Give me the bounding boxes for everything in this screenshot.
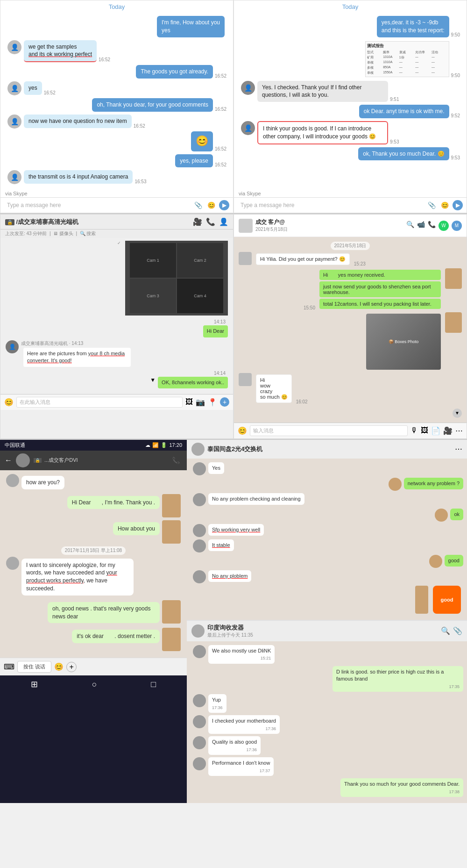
video-icon[interactable]: 📹 [417, 221, 425, 231]
message-bubble: Quality is also good 17:36 [208, 736, 261, 755]
more-icon[interactable]: ⋯ [455, 426, 463, 435]
back-icon[interactable]: □ [151, 680, 156, 689]
message-row: Hiwowcrazyso much 😊 16:02 [237, 373, 464, 404]
emoji-icon[interactable]: 😊 [238, 426, 247, 435]
paperclip-icon[interactable]: 📎 [193, 200, 203, 210]
plus-icon[interactable]: + [220, 397, 229, 407]
mobile-status-bar: 中国联通 ☁ 📶 🔋 17:20 [0, 440, 187, 451]
message-time: 17:38 [344, 789, 460, 795]
search-icon[interactable]: 🔍 [441, 626, 450, 635]
wechat-left-panel: 🔒 /成交束埔寨高清光端机 🎥 📞 👤 上次发至: 43 分钟前 | 🖥 摄像头… [0, 214, 234, 439]
message-bubble: Hi Dear [203, 325, 228, 337]
avatar: 👤 [6, 340, 19, 353]
time-label: 17:20 [169, 442, 182, 448]
emoji-icon[interactable]: 😊 [54, 662, 64, 671]
rmp-header: 成交 客户@ 2021年5月18日 🔍 📹 📞 W M [234, 215, 467, 237]
plus-icon[interactable]: + [66, 662, 77, 672]
paperclip-icon[interactable]: 📎 [453, 626, 462, 635]
send-button[interactable]: ▶ [219, 200, 229, 210]
avatar [6, 557, 19, 570]
message-bubble: Yes [208, 462, 224, 474]
avatar: 👤 [7, 81, 21, 95]
message-bubble: yes, please [175, 154, 213, 168]
message-row: good [191, 555, 463, 568]
message-bubble: I checked your motherboard 17:36 [208, 715, 280, 734]
message-bubble: 😊 [191, 131, 213, 151]
video-icon[interactable]: 🎥 [193, 217, 202, 226]
image-icon[interactable]: 🖼 [185, 398, 193, 406]
message-time: 17:36 [212, 726, 276, 732]
top-left-messages: I'm fine, How about youyes 👤 we get the … [0, 13, 233, 190]
message-row: good [191, 586, 463, 614]
message-time: 14:13 [3, 318, 230, 325]
video-icon[interactable]: 🎥 [443, 426, 453, 435]
message-bubble: how are you? [21, 476, 64, 489]
message-bubble: yes [24, 81, 42, 95]
message-row: 16:52 oh, Thank you dear, for your good … [5, 98, 228, 112]
avatar: 👤 [7, 115, 21, 129]
keyboard-icon[interactable]: ⌨ [4, 662, 14, 671]
message-bubble: No any ploblem [208, 570, 251, 582]
emoji-icon[interactable]: 😊 [439, 200, 450, 210]
paperclip-icon[interactable]: 📎 [426, 200, 437, 210]
message-row: Performance I don't know 17:37 [191, 757, 463, 776]
message-row: Yup 17:36 [191, 694, 463, 713]
message-bubble: total 12cartons. I will send you packing… [319, 299, 441, 309]
scroll-indicator[interactable]: ▼ [237, 406, 464, 420]
phone-icon[interactable]: 📞 [172, 457, 180, 464]
message-bubble: Yup 17:36 [208, 694, 226, 713]
message-time: 15:21 [212, 655, 271, 661]
avatar [193, 757, 206, 770]
message-row: Hi yes money received. just now send you… [237, 268, 464, 310]
photo-icon[interactable]: 📷 [196, 398, 205, 407]
menu-icon[interactable]: ⊞ [31, 679, 38, 689]
emoji-icon[interactable]: 😊 [4, 398, 14, 407]
message-row: ok [191, 509, 463, 522]
emoji-icon[interactable]: 😊 [206, 200, 216, 210]
message-bubble: we get the samplesand its ok working per… [24, 40, 97, 63]
audio-icon[interactable]: 🎙 [410, 426, 418, 435]
message-row: 16:52 😊 [5, 131, 228, 151]
rmp-input[interactable]: 输入消息 [250, 425, 408, 436]
voice-button[interactable]: 按住 说话 [17, 661, 51, 673]
user-avatar [162, 600, 181, 624]
more-icon[interactable]: ⋯ [455, 445, 462, 453]
via-skype-label: via Skype [0, 190, 233, 197]
contact-icon[interactable]: 👤 [219, 217, 228, 226]
input-placeholder[interactable]: Type a message here [238, 200, 426, 210]
wifi-icon: ☁ [145, 442, 150, 448]
message-bubble: Thank you so much for your good comments… [340, 778, 463, 797]
message-row: 9:50 yes,dear. it is -3 ~ -9dband this i… [239, 16, 462, 37]
voice-icon[interactable]: 📞 [428, 221, 436, 231]
user-avatar [435, 509, 448, 522]
wechat-messages: Cam 1 Cam 2 Cam 3 Cam 4 ✓ 14:13 Hi Dear [0, 238, 233, 394]
message-bubble: I want to sincerely apologize, for my wo… [21, 559, 134, 595]
avatar [193, 694, 206, 707]
whatsapp-icon: W [439, 221, 449, 231]
test-report-table: 测试报告 型式频率衰减光功率活动 矿用1310A1份一一 单模1310A——— … [365, 41, 449, 77]
message-bubble: Performance I don't know 17:37 [208, 757, 274, 776]
expand-icon[interactable]: ▼ [150, 377, 156, 383]
search-icon[interactable]: 🔍 [406, 221, 414, 231]
contact-avatar [16, 453, 30, 467]
message-row: Yes [191, 462, 463, 475]
home-icon[interactable]: ○ [92, 680, 97, 689]
wechat-input[interactable]: 在此输入消息 [16, 397, 183, 408]
top-right-date-header: Today [234, 0, 467, 13]
message-row: I checked your motherboard 17:36 [191, 715, 463, 734]
file-icon[interactable]: 📄 [431, 426, 440, 435]
input-placeholder[interactable]: Type a message here [4, 200, 193, 210]
location-icon[interactable]: 📍 [208, 398, 217, 407]
message-row: D link is good. so thier price is high c… [191, 666, 463, 692]
back-button[interactable]: ← [5, 456, 12, 465]
contact-name: 🔒 ...成交客户DVI [34, 457, 166, 464]
phone-icon[interactable]: 📞 [206, 217, 215, 226]
mobile-messages: how are you? Hi Dear , I'm fine. Thank y… [0, 470, 187, 658]
mobile-panel: 中国联通 ☁ 📶 🔋 17:20 ← 🔒 ...成交客户DVI 📞 [0, 440, 187, 803]
message-bubble: Here are the pictures from your 8 ch med… [23, 348, 131, 367]
photo-icon[interactable]: 🖼 [421, 426, 428, 435]
sticker-good: good [433, 586, 461, 614]
send-button[interactable]: ▶ [453, 200, 463, 210]
message-row: 9:50 测试报告 型式频率衰减光功率活动 矿用1310A1份一一 单模1310… [239, 40, 462, 78]
message-bubble: I'm fine, How about youyes [157, 16, 225, 37]
